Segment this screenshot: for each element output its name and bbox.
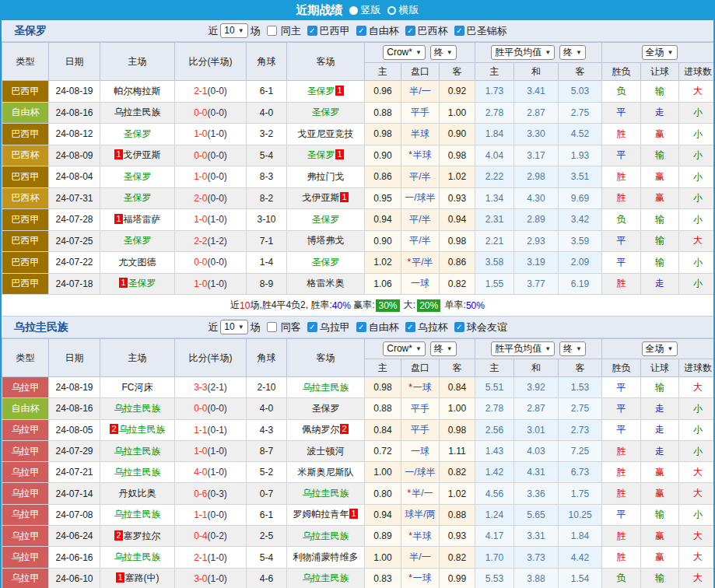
result-goals: 大 (679, 462, 715, 483)
layout-radio-horizontal[interactable]: 横版 (387, 3, 419, 17)
away-team[interactable]: 佩纳罗尔2 (287, 419, 365, 440)
result-handicap: 赢 (641, 547, 679, 568)
rank-badge: 1 (119, 278, 127, 288)
league-checkbox[interactable]: ✓ (307, 322, 317, 332)
home-team[interactable]: 丹奴比奥 (100, 483, 175, 504)
home-team[interactable]: 圣保罗 (100, 230, 175, 252)
league-checkbox[interactable]: ✓ (405, 26, 415, 36)
away-team[interactable]: 米斯奥尼斯队 (287, 462, 365, 483)
home-team[interactable]: 1塞路(中) (100, 568, 175, 588)
home-team[interactable]: 圣保罗 (100, 187, 175, 209)
league-checkbox[interactable]: ✓ (454, 26, 464, 36)
home-team[interactable]: 圣保罗 (100, 166, 175, 188)
home-team[interactable]: 帕尔梅拉斯 (100, 81, 175, 103)
avg-odds-select[interactable]: 胜平负均值▼ (491, 341, 555, 356)
handicap-line: 一/球半 (401, 187, 440, 209)
match-date: 24-08-19 (49, 377, 100, 398)
team-name-link[interactable]: 乌拉圭民族 (14, 320, 68, 334)
match-row: 巴西甲 24-07-25 圣保罗 2-2(1-2) 7-1 博塔弗戈 0.90 … (2, 230, 715, 252)
away-team[interactable]: 圣保罗1 (287, 81, 365, 103)
league-checkbox[interactable]: ✓ (405, 322, 415, 332)
away-team[interactable]: 戈亚尼亚竞技 (287, 124, 365, 145)
same-venue-checkbox[interactable] (267, 322, 277, 332)
away-team[interactable]: 利物浦蒙特维多 (287, 547, 365, 568)
radio-unselected-icon[interactable] (387, 6, 396, 15)
odds-time-select[interactable]: 终▼ (430, 45, 457, 60)
chevron-down-icon: ▼ (576, 343, 582, 355)
results-table-sao-paulo: 类型 日期 主场 比分(半场) 角球 客场 Crow*▼ 终▼ 胜平负均值▼ 终… (2, 42, 715, 295)
home-team[interactable]: 圣保罗 (100, 124, 175, 145)
away-team[interactable]: 弗拉门戈 (287, 166, 365, 188)
league-checkbox[interactable]: ✓ (356, 26, 366, 36)
away-team[interactable]: 格雷米奥 (287, 273, 365, 295)
away-team[interactable]: 乌拉圭民族 (287, 483, 365, 504)
home-team[interactable]: 乌拉圭民族 (100, 440, 175, 461)
result-win-draw-loss: 胜 (602, 124, 641, 145)
home-team[interactable]: 乌拉圭民族 (100, 462, 175, 483)
home-team[interactable]: 2乌拉圭民族 (100, 419, 175, 440)
match-count-select[interactable]: 10▼ (220, 23, 247, 38)
avg-home-odds: 1.42 (475, 462, 514, 483)
league-checkbox[interactable]: ✓ (356, 322, 366, 332)
result-goals: 大 (679, 526, 715, 547)
avg-home-odds: 1.73 (475, 81, 514, 103)
avg-time-select[interactable]: 终▼ (559, 45, 586, 60)
scope-select[interactable]: 全场▼ (642, 341, 678, 356)
avg-odds-group: 胜平负均值▼ 终▼ (475, 43, 602, 63)
avg-odds-select[interactable]: 胜平负均值▼ (491, 45, 555, 60)
same-venue-checkbox[interactable] (267, 26, 277, 36)
away-team[interactable]: 罗姆帕拉青年1 (287, 504, 365, 525)
away-team[interactable]: 乌拉圭民族 (287, 568, 365, 588)
home-team[interactable]: 2塞罗拉尔 (100, 526, 175, 547)
bookmaker-select[interactable]: Crow*▼ (383, 45, 426, 60)
avg-home-odds: 1.43 (475, 440, 514, 461)
home-team[interactable]: 乌拉圭民族 (100, 398, 175, 419)
radio-selected-icon[interactable] (349, 6, 358, 15)
home-team[interactable]: 1戈伊亚斯 (100, 145, 175, 166)
layout-radio-vertical[interactable]: 竖版 (349, 3, 381, 17)
league-checkbox[interactable]: ✓ (307, 26, 317, 36)
avg-away-odds: 9.69 (559, 187, 602, 209)
home-team[interactable]: 1圣保罗 (100, 273, 175, 295)
away-team[interactable]: 乌拉圭民族 (287, 377, 365, 398)
match-date: 24-07-18 (49, 273, 100, 295)
league-filter-label: 自由杯 (369, 320, 399, 334)
away-team[interactable]: 乌拉圭民族 (287, 526, 365, 547)
result-goals: 小 (679, 398, 715, 419)
section-header-nacional: 乌拉圭民族 近 10▼ 场 同客 ✓乌拉甲 ✓自由杯 ✓乌拉杯 ✓球会友谊 (2, 317, 713, 338)
away-team[interactable]: 波士顿河 (287, 440, 365, 461)
result-handicap: 赢 (641, 187, 679, 209)
away-team[interactable]: 圣保罗 (287, 398, 365, 419)
home-team[interactable]: 乌拉圭民族 (100, 504, 175, 525)
match-count-select[interactable]: 10▼ (220, 320, 247, 334)
home-team[interactable]: 尤文图德 (100, 252, 175, 274)
avg-time-select[interactable]: 终▼ (559, 341, 586, 356)
sub-header: 进球数 (679, 63, 715, 81)
corner-score: 0-7 (247, 483, 287, 504)
odds-time-select[interactable]: 终▼ (430, 341, 457, 356)
away-team[interactable]: 圣保罗1 (287, 145, 365, 166)
chevron-down-icon: ▼ (415, 47, 422, 58)
team-name-link[interactable]: 圣保罗 (14, 24, 47, 38)
result-goals: 大 (679, 377, 715, 398)
away-team[interactable]: 博塔弗戈 (287, 230, 365, 252)
away-team[interactable]: 圣保罗 (287, 102, 365, 124)
crow-away-odds: 1.02 (440, 483, 475, 504)
avg-draw-odds: 3.17 (514, 145, 559, 166)
filter-bar: 近 10▼ 场 同主 ✓巴西甲 ✓自由杯 ✓巴西杯 ✓巴圣锦标 (208, 23, 506, 38)
home-team[interactable]: 1福塔雷萨 (100, 209, 175, 231)
away-team[interactable]: 圣保罗 (287, 209, 365, 231)
away-team[interactable]: 戈伊亚斯1 (287, 187, 365, 209)
scope-select[interactable]: 全场▼ (642, 45, 678, 60)
bookmaker-select[interactable]: Crow*▼ (383, 341, 426, 356)
away-team[interactable]: 圣保罗 (287, 252, 365, 274)
crow-home-odds: 0.86 (365, 166, 401, 188)
home-team[interactable]: 乌拉圭民族 (100, 102, 175, 124)
league-type-badge: 巴西杯 (2, 145, 49, 166)
avg-away-odds: 1.84 (559, 526, 602, 547)
col-header-date: 日期 (49, 339, 100, 377)
crow-home-odds: 1.00 (365, 547, 401, 568)
home-team[interactable]: 乌拉圭民族 (100, 547, 175, 568)
league-checkbox[interactable]: ✓ (454, 322, 464, 332)
home-team[interactable]: FC河床 (100, 377, 175, 398)
